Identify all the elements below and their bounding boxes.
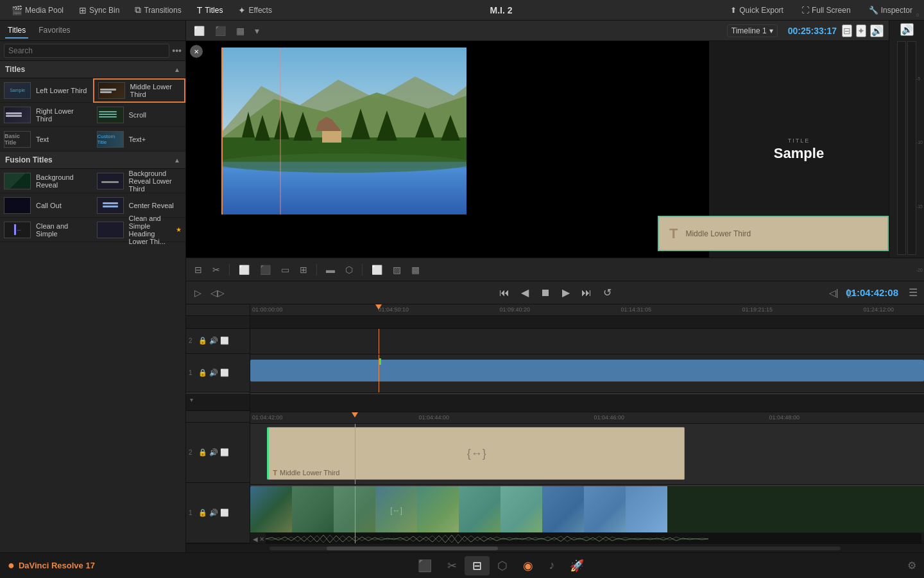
preview-layout-btn3[interactable]: ▦: [234, 24, 247, 37]
preview-close-btn[interactable]: ✕: [190, 45, 203, 58]
title-item-left-lower-third[interactable]: Sample Left Lower Third: [0, 78, 93, 103]
transport-stop[interactable]: ⏹: [537, 285, 554, 301]
transport-skip-back[interactable]: ⏮: [496, 285, 513, 301]
transport-loop[interactable]: ↺: [600, 285, 615, 301]
transport-menu-btn[interactable]: ☰: [909, 286, 918, 299]
nav-cut-btn[interactable]: ✂: [440, 556, 465, 575]
nav-fairlight-btn[interactable]: ♪: [541, 556, 562, 575]
transport-left-1[interactable]: ▷: [191, 286, 205, 300]
transport-left-2[interactable]: ◁▷: [207, 286, 228, 300]
title-item-text[interactable]: Basic Title Text: [0, 127, 93, 152]
tl-tool-6[interactable]: ▬: [323, 263, 338, 277]
title-item-right-lower-third[interactable]: Right Lower Third: [0, 103, 93, 127]
search-options-icon[interactable]: •••: [172, 46, 182, 56]
meter-bar-left: [897, 41, 906, 255]
preview-layout-btn2[interactable]: ⬛: [212, 24, 228, 37]
transitions-btn[interactable]: ⧉ Transitions: [128, 2, 187, 18]
inner-ruler[interactable]: 01:04:42:00 01:04:44:00 01:04:46:00 01:0…: [250, 412, 924, 424]
inner-ruler-spacer: [186, 411, 250, 423]
preview-icon-3[interactable]: 🔊: [870, 24, 884, 37]
track-a1-audio[interactable]: 🔊: [209, 509, 218, 517]
timeline-scrollbar[interactable]: [186, 543, 924, 552]
tab-titles[interactable]: Titles: [5, 23, 28, 39]
title-item-textplus[interactable]: Custom Title Text+: [93, 127, 186, 152]
timeline-selector[interactable]: Timeline 1 ▾: [727, 24, 778, 37]
upper-ruler[interactable]: 01:00:00:00 01:04:50:10 01:09:40:20 01:1…: [250, 304, 924, 316]
track-ctrl-a1: 1 🔒 🔊 ⬜: [186, 483, 250, 543]
sync-bin-btn[interactable]: ⊞ Sync Bin: [73, 3, 126, 18]
track-title-video[interactable]: ⬜: [220, 448, 229, 457]
transport-prev-frame[interactable]: ◀: [518, 285, 532, 301]
tab-favorites[interactable]: Favorites: [36, 23, 73, 39]
thumb-1: [250, 486, 292, 534]
tl-tool-8[interactable]: ⬜: [368, 263, 386, 277]
right-meter: 🔊 0 -5: [889, 21, 924, 258]
title-clip[interactable]: {↔} T Middle Lower Third: [267, 427, 685, 480]
fusion-titles-section-toggle[interactable]: ▲: [174, 157, 180, 164]
nav-media-btn[interactable]: ⬛: [410, 556, 440, 575]
volume-btn[interactable]: 🔊: [900, 23, 914, 36]
transport-skip-fwd[interactable]: ⏭: [578, 285, 595, 301]
inspector-btn[interactable]: 🔧 Inspector: [862, 3, 919, 17]
tl-tool-2[interactable]: ⬜: [235, 263, 253, 277]
preview-layout-btn1[interactable]: ⬜: [191, 24, 207, 37]
tl-tool-9[interactable]: ▨: [389, 263, 404, 277]
thumb-2: [292, 486, 334, 534]
tl-tool-3[interactable]: ⬛: [257, 263, 274, 277]
effects-btn[interactable]: ✦ Effects: [232, 3, 278, 18]
track-v2-lock[interactable]: 🔒: [198, 337, 207, 345]
center-right: ⬜ ⬛ ▦ ▾ Timeline 1 ▾ 00:25:33:17 ⊟ ✦ 🔊: [186, 21, 924, 552]
nav-color-btn[interactable]: ◉: [515, 556, 541, 575]
title-item-bg-reveal-lower[interactable]: Background Reveal Lower Third: [93, 169, 186, 193]
preview-icon-1[interactable]: ⊟: [842, 24, 852, 37]
upper-tracks: [250, 316, 924, 393]
scrollbar-thumb[interactable]: [327, 547, 498, 550]
tl-tool-4[interactable]: ▭: [278, 263, 293, 277]
track-title-lock[interactable]: 🔒: [198, 448, 207, 457]
preview-icon-2[interactable]: ✦: [856, 24, 866, 37]
track-title-audio[interactable]: 🔊: [209, 448, 218, 457]
track-v2-audio[interactable]: 🔊: [209, 337, 218, 345]
ruler-mark-4: 01:19:21:15: [742, 304, 773, 315]
inner-ruler-mark-3: 01:04:48:00: [769, 412, 800, 423]
transport-right-1[interactable]: ◁|: [826, 286, 842, 300]
title-item-clean-simple[interactable]: — Clean and Simple: [0, 218, 93, 242]
tl-tool-5[interactable]: ⊞: [296, 263, 311, 277]
track-v1-lock[interactable]: 🔒: [198, 369, 207, 377]
preview-layout-btn4[interactable]: ▾: [252, 24, 262, 37]
thumb-5: [417, 486, 459, 534]
track-v1-audio[interactable]: 🔊: [209, 369, 218, 377]
title-item-clean-heading[interactable]: Clean and Simple Heading Lower Thi... ★: [93, 218, 186, 242]
search-input[interactable]: [4, 44, 169, 58]
tl-scissors[interactable]: ✂: [209, 263, 223, 277]
tl-tool-10[interactable]: ▦: [408, 263, 423, 277]
track-a1-video[interactable]: ⬜: [220, 509, 229, 517]
track-v1-video[interactable]: ⬜: [220, 369, 229, 377]
nav-deliver-btn[interactable]: 🚀: [562, 556, 592, 575]
media-clip[interactable]: [↔]: [250, 486, 924, 534]
scrollbar-track[interactable]: [270, 547, 841, 550]
ruler-mark-2: 01:09:40:20: [500, 304, 531, 315]
full-screen-btn[interactable]: ⛶ Full Screen: [795, 3, 857, 17]
tl-tool-7[interactable]: ⬡: [342, 263, 356, 277]
quick-export-btn[interactable]: ⬆ Quick Export: [724, 3, 790, 17]
davinci-logo-icon: ●: [8, 559, 15, 572]
title-item-middle-lower-third[interactable]: Middle Lower Third: [93, 78, 186, 103]
media-pool-btn[interactable]: 🎬 Media Pool: [5, 3, 70, 18]
quick-export-icon: ⬆: [730, 6, 737, 15]
video-clip-1[interactable]: [250, 360, 924, 381]
titles-section-toggle[interactable]: ▲: [174, 66, 180, 73]
titles-btn[interactable]: T Titles: [191, 3, 230, 18]
track-v2-video[interactable]: ⬜: [220, 337, 229, 345]
title-item-call-out[interactable]: Call Out: [0, 193, 93, 218]
settings-btn[interactable]: ⚙: [907, 559, 916, 572]
nav-fusion-btn[interactable]: ⬡: [490, 556, 515, 575]
title-item-scroll[interactable]: Scroll: [93, 103, 186, 127]
track-a1-lock[interactable]: 🔒: [198, 509, 207, 517]
title-item-bg-reveal[interactable]: Background Reveal: [0, 169, 93, 193]
transport-play[interactable]: ▶: [559, 285, 573, 301]
tl-tool-1[interactable]: ⊟: [191, 263, 205, 277]
nav-edit-btn[interactable]: ⊟: [465, 556, 490, 575]
starred-icon: ★: [176, 226, 182, 233]
thumb-6: [459, 486, 501, 534]
